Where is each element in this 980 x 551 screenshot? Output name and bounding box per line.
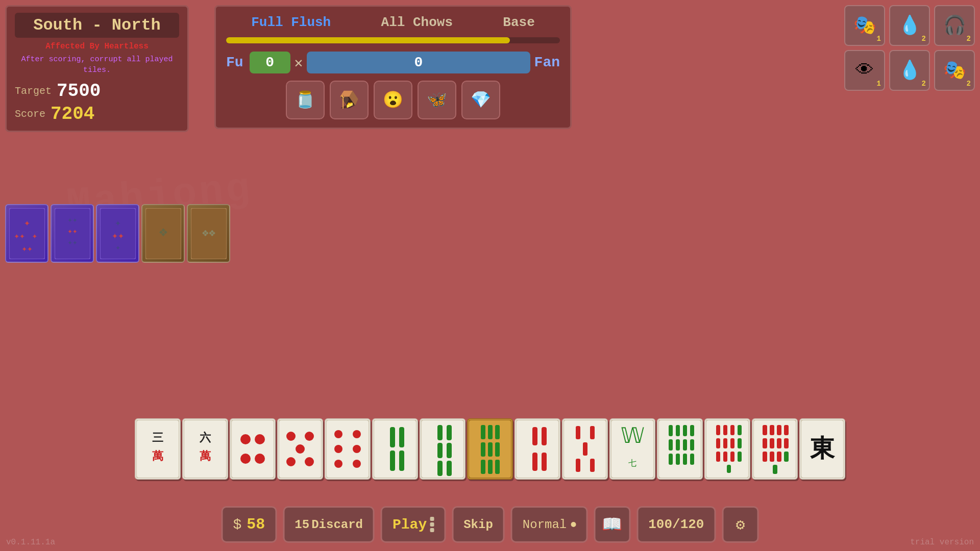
hand-tile-6[interactable] bbox=[420, 418, 465, 480]
target-label: Target bbox=[15, 85, 52, 97]
trial-text: trial version bbox=[910, 538, 974, 547]
svg-rect-95 bbox=[716, 438, 720, 448]
right-item-3[interactable]: 🎧 2 bbox=[934, 5, 975, 46]
scoring-types: Full Flush All Chows Base bbox=[226, 15, 560, 30]
svg-point-38 bbox=[353, 445, 361, 453]
svg-point-37 bbox=[334, 445, 342, 453]
hand-tile-11[interactable] bbox=[657, 418, 703, 480]
progress-bar bbox=[226, 37, 510, 43]
hand-tile-3[interactable] bbox=[277, 418, 323, 480]
play-dots bbox=[430, 517, 434, 532]
svg-rect-93 bbox=[730, 425, 734, 435]
info-panel: South - North Affected By Heartless Afte… bbox=[5, 5, 189, 132]
hand-tile-5[interactable] bbox=[372, 418, 418, 480]
play-dot-3 bbox=[430, 528, 434, 532]
svg-rect-99 bbox=[716, 452, 720, 462]
svg-text:✦: ✦ bbox=[114, 217, 120, 229]
right-item-2-badge: 2 bbox=[922, 35, 926, 43]
right-item-2[interactable]: 💧 2 bbox=[889, 5, 930, 46]
discard-tile-3[interactable]: ❖ bbox=[141, 204, 185, 263]
svg-rect-102 bbox=[738, 452, 742, 462]
hand-tile-8[interactable] bbox=[514, 418, 560, 480]
hand-tile-0[interactable]: 三 萬 bbox=[135, 418, 181, 480]
svg-point-26 bbox=[240, 454, 251, 464]
svg-rect-62 bbox=[495, 460, 500, 474]
discard-tile-1[interactable]: ✦✦ ✦✦ ✦✦ bbox=[51, 204, 94, 263]
version-text: v0.1.11.1a bbox=[6, 538, 55, 547]
svg-text:萬: 萬 bbox=[152, 449, 164, 463]
svg-rect-45 bbox=[399, 450, 404, 471]
discard-count: 15 bbox=[295, 518, 309, 532]
hand-tile-12[interactable] bbox=[704, 418, 750, 480]
money-button[interactable]: $ 58 bbox=[222, 506, 277, 543]
svg-rect-81 bbox=[690, 425, 694, 436]
fan-value-box: 0 bbox=[307, 52, 530, 73]
skip-label: Skip bbox=[463, 518, 493, 532]
discard-button[interactable]: 15 Discard bbox=[283, 506, 375, 543]
settings-button[interactable]: ⚙ bbox=[722, 506, 758, 543]
hand-tile-9[interactable] bbox=[562, 418, 608, 480]
svg-text:六: 六 bbox=[199, 431, 211, 445]
discard-area: ✦ ✦✦ ✦ ✦✦ ✦✦ ✦✦ ✦✦ ✦ ✦✦ ✦ ❖ ❖❖ bbox=[5, 204, 230, 263]
svg-rect-116 bbox=[784, 452, 789, 462]
normal-dot bbox=[571, 522, 576, 527]
svg-rect-108 bbox=[784, 425, 789, 435]
action-icon-3[interactable]: 😮 bbox=[374, 81, 412, 119]
svg-rect-34 bbox=[326, 420, 369, 478]
skip-button[interactable]: Skip bbox=[452, 506, 505, 543]
discard-tile-0[interactable]: ✦ ✦✦ ✦ ✦✦ bbox=[5, 204, 48, 263]
action-icon-2[interactable]: 🪤 bbox=[330, 81, 369, 119]
svg-rect-69 bbox=[576, 426, 580, 439]
hand-tile-2[interactable] bbox=[230, 418, 276, 480]
right-item-4[interactable]: 👁 1 bbox=[844, 50, 885, 91]
svg-rect-66 bbox=[532, 453, 537, 471]
svg-rect-109 bbox=[763, 438, 767, 448]
svg-rect-49 bbox=[437, 443, 443, 458]
discard-label: Discard bbox=[311, 518, 363, 532]
tiles-count-button[interactable]: 100/120 bbox=[636, 506, 716, 543]
action-icon-4[interactable]: 🦋 bbox=[418, 81, 456, 119]
tiles-count-label: 100/120 bbox=[648, 517, 704, 532]
svg-point-32 bbox=[286, 457, 296, 466]
action-icon-1[interactable]: 🫙 bbox=[286, 81, 325, 119]
svg-rect-103 bbox=[727, 465, 731, 473]
hand-tile-13[interactable] bbox=[752, 418, 798, 480]
svg-text:✦✦: ✦✦ bbox=[67, 227, 78, 236]
hand-tile-7[interactable] bbox=[467, 418, 513, 480]
svg-rect-47 bbox=[437, 425, 443, 440]
right-item-6[interactable]: 🎭 2 bbox=[934, 50, 975, 91]
play-button[interactable]: Play bbox=[381, 506, 446, 543]
svg-rect-91 bbox=[716, 425, 720, 435]
play-dot-2 bbox=[430, 522, 434, 527]
svg-rect-67 bbox=[542, 453, 547, 471]
hand-tile-1[interactable]: 六 萬 bbox=[182, 418, 228, 480]
svg-rect-84 bbox=[683, 439, 687, 450]
svg-point-39 bbox=[334, 460, 342, 468]
progress-bar-container bbox=[226, 37, 560, 43]
svg-rect-17 bbox=[136, 420, 179, 478]
normal-button[interactable]: Normal bbox=[511, 506, 587, 543]
discard-tile-2[interactable]: ✦ ✦✦ ✦ bbox=[96, 204, 139, 263]
svg-rect-115 bbox=[777, 452, 781, 462]
svg-rect-51 bbox=[437, 461, 443, 476]
hand-tile-4[interactable] bbox=[325, 418, 371, 480]
svg-text:萬: 萬 bbox=[200, 449, 211, 463]
hand-tile-10[interactable]: 𝕎 七 bbox=[609, 418, 655, 480]
svg-rect-65 bbox=[542, 427, 547, 445]
svg-rect-48 bbox=[447, 425, 452, 440]
right-item-1[interactable]: 🎭 1 bbox=[844, 5, 885, 46]
svg-rect-112 bbox=[784, 438, 789, 448]
svg-text:✦✦: ✦✦ bbox=[111, 230, 124, 242]
action-icon-5[interactable]: 💎 bbox=[461, 81, 500, 119]
right-item-5[interactable]: 💧 2 bbox=[889, 50, 930, 91]
svg-rect-105 bbox=[763, 425, 767, 435]
svg-point-29 bbox=[286, 432, 296, 441]
hand-tile-14[interactable]: 東 bbox=[799, 418, 845, 480]
fu-fan-row: Fu 0 ✕ 0 Fan bbox=[226, 52, 560, 73]
right-item-4-icon: 👁 bbox=[855, 59, 874, 82]
svg-point-40 bbox=[353, 460, 361, 468]
svg-rect-80 bbox=[683, 425, 687, 436]
book-button[interactable]: 📖 bbox=[594, 506, 630, 543]
discard-tile-4[interactable]: ❖❖ bbox=[187, 204, 230, 263]
fu-label: Fu bbox=[226, 55, 243, 70]
